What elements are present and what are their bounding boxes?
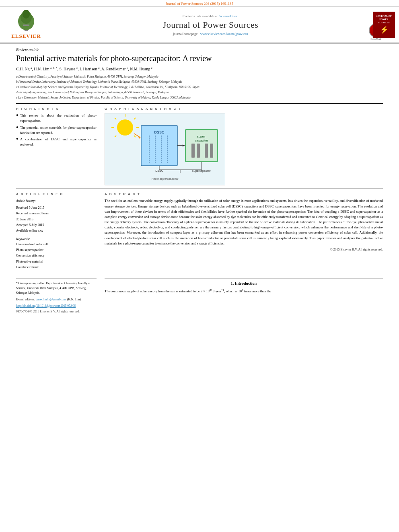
main-content: ✕ CrossMark Review article Potential act… — [0, 43, 399, 318]
issn-line: 0378-7753/© 2015 Elsevier B.V. All right… — [16, 309, 97, 314]
elsevier-brand: ELSEVIER — [11, 33, 41, 39]
authors-line: C.H. Ng a, H.N. Lim a, b, *, S. Hayase c… — [16, 66, 383, 72]
keyword-2: Photo-supercapacitor — [16, 247, 97, 253]
keyword-3: Conversion efficiency — [16, 253, 97, 259]
keywords-title: Keywords: — [16, 237, 97, 241]
highlight-item-1: This review is about the realization of … — [16, 113, 97, 123]
article-info-abstract-section: A R T I C L E I N F O Article history: R… — [16, 192, 383, 270]
affiliations: a Department of Chemistry, Faculty of Sc… — [16, 74, 383, 100]
intro-text-end: the — [267, 289, 271, 293]
keyword-5: Counter electrode — [16, 265, 97, 270]
corresponding-note: * Corresponding author. Department of Ch… — [16, 281, 97, 296]
elsevier-tree-icon — [10, 10, 42, 32]
intro-heading: 1. Introduction — [105, 281, 383, 286]
graphical-abstract-image: DSSC super- capacitor — [105, 113, 225, 185]
received-revised-label: Received in revised form — [16, 211, 97, 216]
divider-2 — [16, 189, 383, 189]
elsevier-logo: ELSEVIER — [4, 10, 48, 39]
svg-point-3 — [23, 10, 30, 18]
sciencedirect-link[interactable]: ScienceDirect — [219, 14, 239, 18]
copyright-line: © 2015 Elsevier B.V. All rights reserved… — [105, 248, 383, 251]
highlights-heading: H I G H L I G H T S — [16, 107, 97, 111]
doi-link[interactable]: http://dx.doi.org/10.1016/j.jpowsour.201… — [16, 304, 97, 308]
email-line: E-mail address: janeclimlin@gmail.com (H… — [16, 297, 97, 302]
journal-homepage: journal homepage: www.elsevier.com/locat… — [173, 32, 248, 36]
svg-text:DSSC: DSSC — [154, 130, 165, 134]
journal-citation: Journal of Power Sources 296 (2015) 169–… — [166, 2, 233, 6]
journal-logo-image: JOURNAL OF POWER SOURCES ⚡ — [373, 12, 395, 38]
svg-point-6 — [117, 119, 133, 136]
photo-supercapacitor-diagram: DSSC super- capacitor — [105, 113, 225, 185]
journal-name: Journal of Power Sources — [163, 20, 258, 30]
divider-3 — [16, 274, 383, 274]
article-info-col: A R T I C L E I N F O Article history: R… — [16, 192, 97, 270]
svg-text:super-: super- — [197, 135, 206, 138]
abstract-heading: A B S T R A C T — [105, 192, 383, 196]
svg-rect-27 — [205, 144, 208, 158]
abstract-paragraph: The need for an endless renewable energy… — [105, 198, 383, 246]
highlights-list: This review is about the realization of … — [16, 113, 97, 147]
keyword-1: Dye-sensitized solar cell — [16, 242, 97, 247]
footnotes-col: * Corresponding author. Department of Ch… — [16, 278, 97, 314]
affiliation-e: e Low Dimension Materials Research Centr… — [16, 95, 383, 100]
svg-rect-26 — [197, 144, 200, 158]
highlight-item-3: A combination of DSSC and super-capacito… — [16, 137, 97, 147]
svg-rect-25 — [191, 144, 195, 158]
journal-citation-bar: Journal of Power Sources 296 (2015) 169–… — [0, 0, 399, 7]
paper-title: Potential active materials for photo-sup… — [16, 53, 383, 64]
journal-center-info: Contents lists available at ScienceDirec… — [48, 14, 373, 36]
affiliation-a: a Department of Chemistry, Faculty of Sc… — [16, 74, 383, 79]
graphical-abstract-col: G R A P H I C A L A B S T R A C T — [105, 107, 383, 185]
article-info-heading: A R T I C L E I N F O — [16, 192, 97, 196]
highlight-item-2: The potential active materials for photo… — [16, 125, 97, 136]
article-history: Article history: Received 5 June 2015 Re… — [16, 198, 97, 234]
introduction-col: 1. Introduction The continuous supply of… — [105, 278, 383, 314]
affiliation-c: c Graduate School of Life Science and Sy… — [16, 85, 383, 90]
affiliation-d: d Faculty of Engineering, The University… — [16, 90, 383, 95]
highlights-graphical-section: H I G H L I G H T S This review is about… — [16, 107, 383, 185]
abstract-text: The need for an endless renewable energy… — [105, 198, 383, 246]
svg-rect-28 — [210, 144, 213, 158]
received-revised-date: 30 June 2015 — [16, 217, 97, 222]
received-date: Received 5 June 2015 — [16, 205, 97, 211]
email-person: (H.N. Lim). — [67, 298, 82, 301]
keywords-list: Dye-sensitized solar cell Photo-supercap… — [16, 242, 97, 271]
available-online: Available online xxx — [16, 228, 97, 234]
crossmark-label: CrossMark — [369, 38, 383, 40]
journal-homepage-link[interactable]: www.elsevier.com/locate/jpowsour — [200, 32, 248, 36]
highlights-col: H I G H L I G H T S This review is about… — [16, 107, 97, 185]
accepted-date: Accepted 5 July 2015 — [16, 222, 97, 228]
abstract-col: A B S T R A C T The need for an endless … — [105, 192, 383, 270]
article-type-label: Review article — [16, 47, 383, 52]
svg-text:Photo-supercapacitor: Photo-supercapacitor — [152, 177, 179, 181]
keyword-4: Photoactive material — [16, 259, 97, 265]
article-history-title: Article history: — [16, 198, 97, 204]
svg-rect-4 — [23, 25, 29, 26]
email-label: E-mail address: — [16, 298, 35, 301]
graphical-abstract-heading: G R A P H I C A L A B S T R A C T — [105, 107, 383, 111]
affiliation-b: b Functional Device Laboratory, Institut… — [16, 80, 383, 84]
keywords-section: Keywords: Dye-sensitized solar cell Phot… — [16, 237, 97, 271]
bottom-section: * Corresponding author. Department of Ch… — [16, 278, 383, 314]
intro-text: The continuous supply of solar energy fr… — [105, 288, 383, 294]
svg-text:capacitor: capacitor — [195, 139, 208, 142]
divider-1 — [16, 103, 383, 104]
sciencedirect-line: Contents lists available at ScienceDirec… — [183, 14, 239, 18]
journal-header: ELSEVIER Contents lists available at Sci… — [0, 7, 399, 43]
email-address[interactable]: janeclimlin@gmail.com — [37, 298, 66, 301]
